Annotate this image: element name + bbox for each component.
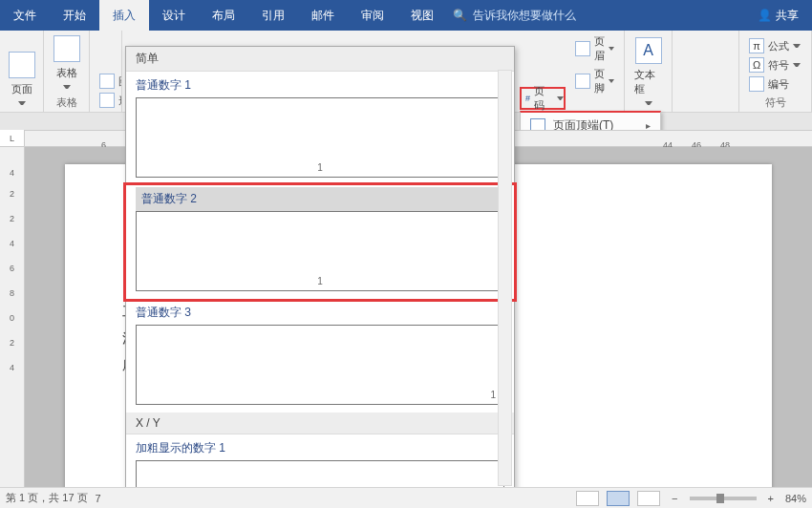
gallery-preview: 1 [136, 97, 504, 178]
gallery-item-label: 普通数字 3 [136, 301, 504, 325]
zoom-level[interactable]: 84% [785, 493, 806, 504]
table-group-label: 表格 [50, 95, 83, 110]
gallery-item-plain3[interactable]: 普通数字 3 1 [126, 299, 514, 413]
number-button[interactable]: 编号 [745, 74, 805, 94]
ribbon-group-text: A 文本框 [625, 31, 673, 112]
gallery-group-simple: 简单 [126, 47, 514, 72]
shapes-icon [99, 93, 115, 108]
view-print-button[interactable] [607, 491, 630, 506]
zoom-slider[interactable] [690, 497, 757, 500]
ruler-corner[interactable]: L [0, 130, 25, 147]
menu-references[interactable]: 引用 [248, 0, 298, 31]
ribbon-group-illustrations: 图 形 [90, 31, 122, 112]
page-status[interactable]: 第 1 页，共 17 页 [6, 491, 88, 505]
vruler-mark: 8 [10, 288, 14, 298]
view-web-button[interactable] [637, 491, 660, 506]
pagenum-button[interactable]: # 页码 [520, 87, 566, 110]
chevron-down-icon [793, 62, 801, 68]
equation-button[interactable]: π公式 [745, 36, 805, 55]
ribbon-group-headerfooter: 页眉 页脚 [566, 31, 625, 112]
zoom-out-button[interactable]: − [668, 493, 681, 504]
ribbon-group-pages: 页面 [0, 31, 44, 112]
symbols-group-label: 符号 [745, 95, 805, 110]
footer-icon [575, 74, 590, 89]
gallery-preview: 1 [136, 211, 504, 291]
share-button[interactable]: 👤 共享 [744, 0, 812, 31]
vertical-ruler[interactable]: 4 2 2 4 6 8 0 2 4 [0, 147, 25, 487]
tell-me-label: 告诉我你想要做什么 [473, 8, 576, 24]
tell-me-search[interactable]: 🔍 告诉我你想要做什么 [453, 0, 576, 31]
menu-insert[interactable]: 插入 [99, 0, 149, 31]
ribbon-group-table: 表格 表格 [44, 31, 90, 112]
chevron-down-icon [645, 100, 652, 106]
menu-file[interactable]: 文件 [0, 0, 50, 31]
menu-view[interactable]: 视图 [397, 0, 447, 31]
picture-icon [99, 74, 115, 89]
pages-button[interactable]: 页面 [6, 48, 37, 110]
number-icon [749, 76, 764, 92]
vruler-mark: 4 [10, 363, 14, 372]
share-icon: 👤 [758, 9, 772, 22]
textbox-icon: A [635, 37, 662, 64]
chevron-down-icon [18, 100, 26, 106]
view-read-button[interactable] [576, 491, 599, 506]
table-icon [53, 35, 80, 62]
vruler-mark: 2 [10, 338, 14, 348]
pagenum-label: 页码 [534, 84, 553, 113]
table-button[interactable]: 表格 [50, 32, 83, 94]
gallery-item-label: 加粗显示的数字 1 [136, 436, 504, 460]
share-label: 共享 [776, 8, 799, 24]
chevron-down-icon [557, 95, 564, 101]
pagenum-button-placeholder [571, 97, 618, 110]
gallery-item-plain1[interactable]: 普通数字 1 1 [126, 72, 514, 185]
pagenum-icon: # [525, 94, 530, 103]
status-extra: 7 [96, 493, 101, 504]
pictures-button[interactable]: 图 [96, 72, 116, 91]
menu-review[interactable]: 审阅 [348, 0, 397, 31]
ribbon-group-textparts [673, 31, 739, 112]
pi-icon: π [749, 38, 764, 53]
shapes-button[interactable]: 形 [96, 91, 116, 110]
omega-icon: Ω [749, 57, 764, 73]
chevron-down-icon [609, 46, 614, 52]
textbox-button[interactable]: A 文本框 [630, 33, 666, 110]
table-btn-label: 表格 [56, 66, 77, 80]
search-icon: 🔍 [453, 9, 467, 22]
gallery-scrollbar[interactable] [498, 70, 512, 486]
menu-mailings[interactable]: 邮件 [298, 0, 348, 31]
vruler-mark: 2 [10, 214, 14, 223]
menu-design[interactable]: 设计 [149, 0, 199, 31]
menu-home[interactable]: 开始 [50, 0, 99, 31]
chevron-down-icon [63, 84, 71, 90]
menu-layout[interactable]: 布局 [199, 0, 248, 31]
textbox-label: 文本框 [634, 68, 662, 96]
menubar: 文件 开始 插入 设计 布局 引用 邮件 审阅 视图 🔍 告诉我你想要做什么 👤… [0, 0, 812, 31]
zoom-in-button[interactable]: + [764, 493, 778, 504]
footer-button[interactable]: 页脚 [571, 65, 618, 97]
gallery-item-label: 普通数字 1 [136, 74, 504, 97]
vruler-mark: 2 [10, 189, 14, 199]
status-bar: 第 1 页，共 17 页 7 − + 84% [0, 487, 812, 508]
gallery-item-label: 普通数字 2 [136, 187, 504, 211]
vruler-mark: 4 [10, 239, 14, 248]
pagenum-gallery: 简单 普通数字 1 1 普通数字 2 1 普通数字 3 1 X / Y 加粗显示… [125, 46, 515, 491]
chevron-down-icon [793, 43, 801, 49]
chevron-down-icon [609, 78, 614, 84]
gallery-preview: 1 [136, 325, 504, 405]
vruler-mark: 6 [10, 264, 14, 273]
header-icon [575, 41, 590, 56]
vruler-mark: 0 [10, 313, 14, 323]
gallery-item-plain2[interactable]: 普通数字 2 1 [126, 185, 514, 299]
header-button[interactable]: 页眉 [571, 32, 618, 65]
pages-label: 页面 [11, 82, 32, 96]
vruler-mark: 4 [10, 168, 14, 178]
gallery-group-xy: X / Y [126, 413, 514, 434]
page-icon [9, 52, 35, 78]
ribbon-group-symbols: π公式 Ω符号 编号 符号 [739, 31, 812, 112]
symbol-button[interactable]: Ω符号 [745, 55, 805, 74]
